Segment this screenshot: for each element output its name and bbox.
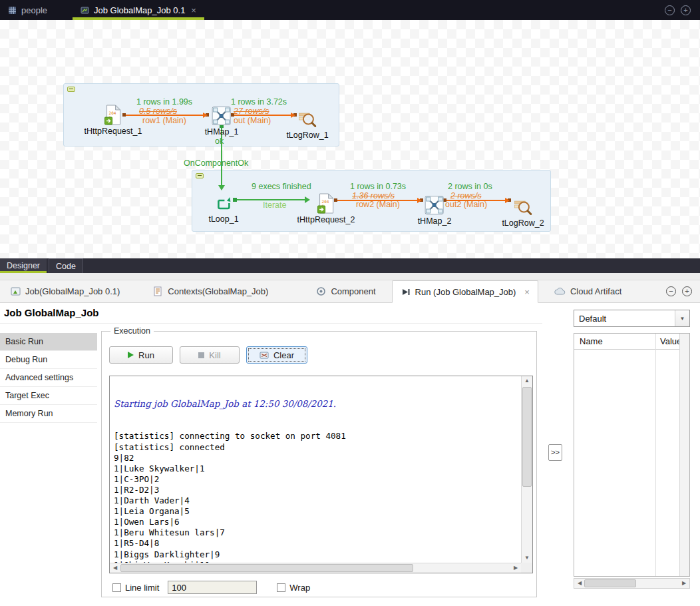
divider bbox=[0, 323, 542, 324]
tab-job-globalmap[interactable]: Job GlobalMap_Job 0.1 × bbox=[73, 0, 204, 20]
console-line: 1|C-3PO|2 bbox=[114, 474, 521, 485]
sidebar-item-target-exec[interactable]: Target Exec bbox=[0, 387, 97, 405]
maximize-icon[interactable]: + bbox=[682, 286, 692, 296]
trigger-name[interactable]: OnComponentOk bbox=[184, 158, 248, 168]
thttprequest-icon: 2045 bbox=[85, 103, 142, 125]
job-icon bbox=[81, 6, 89, 15]
component-tloop-1[interactable]: tLoop_1 bbox=[208, 190, 238, 224]
talend-studio-window: people Job GlobalMap_Job 0.1 × − + 2045 … bbox=[0, 0, 700, 606]
minimize-icon[interactable]: − bbox=[666, 286, 676, 296]
contexts-icon bbox=[153, 286, 163, 296]
column-divider[interactable] bbox=[655, 334, 656, 576]
row-name[interactable]: out2 (Main) bbox=[445, 200, 487, 209]
console-area: Starting job GlobalMap_Job at 12:50 30/0… bbox=[109, 376, 533, 573]
row-name[interactable]: row1 (Main) bbox=[142, 116, 186, 125]
tab-code[interactable]: Code bbox=[49, 258, 83, 273]
run-view-panel: Job GlobalMap_Job Basic Run Debug Run Ad… bbox=[0, 303, 700, 606]
scroll-left-icon[interactable]: ◀ bbox=[574, 579, 585, 588]
console-line: 1|R5-D4|8 bbox=[114, 538, 521, 549]
tab-label: Code bbox=[56, 262, 76, 271]
component-thmap-2[interactable]: tHMap_2 bbox=[418, 192, 452, 226]
console-line: [statistics] connecting to socket on por… bbox=[114, 431, 521, 442]
thttprequest-icon: 2045 bbox=[297, 191, 355, 214]
tab-label: Job(GlobalMap_Job 0.1) bbox=[25, 286, 120, 296]
editor-window-buttons: − + bbox=[665, 0, 700, 20]
component-thttprequest-1[interactable]: 2045 tHttpRequest_1 bbox=[85, 103, 142, 136]
sash-divider[interactable] bbox=[0, 273, 700, 280]
close-icon[interactable]: × bbox=[191, 5, 196, 15]
vertical-scrollbar[interactable] bbox=[679, 334, 689, 576]
console-line: 1|Beru Whitesun lars|7 bbox=[114, 527, 521, 538]
tab-label: Component bbox=[331, 286, 375, 296]
tab-contexts-view[interactable]: Contexts(GlobalMap_Job) bbox=[145, 280, 276, 302]
component-thttprequest-2[interactable]: 2045 tHttpRequest_2 bbox=[297, 191, 355, 224]
execution-buttons: Run Kill Clear bbox=[109, 346, 307, 364]
console-lines: [statistics] connecting to socket on por… bbox=[114, 431, 521, 563]
line-limit-input[interactable] bbox=[168, 581, 257, 594]
tlogrow-icon bbox=[286, 107, 328, 129]
component-label: tHttpRequest_2 bbox=[297, 215, 355, 224]
vertical-scrollbar[interactable]: ▲ ▼ bbox=[521, 376, 532, 563]
clear-icon bbox=[260, 351, 269, 360]
design-canvas[interactable]: 2045 tHttpRequest_1 tHMap_1 tLogRow_1 1 … bbox=[0, 20, 700, 258]
maximize-icon[interactable]: + bbox=[681, 5, 691, 15]
dropdown-arrow-icon[interactable]: ▼ bbox=[675, 310, 689, 326]
context-select[interactable]: Default ▼ bbox=[574, 310, 690, 327]
scroll-left-icon[interactable]: ◀ bbox=[110, 563, 120, 573]
console-output[interactable]: Starting job GlobalMap_Job at 12:50 30/0… bbox=[110, 376, 521, 563]
sidebar-item-advanced-settings[interactable]: Advanced settings bbox=[0, 369, 97, 387]
component-tlogrow-2[interactable]: tLogRow_2 bbox=[502, 194, 544, 228]
tab-label: Job GlobalMap_Job 0.1 bbox=[94, 5, 185, 15]
kill-button[interactable]: Kill bbox=[180, 346, 240, 364]
line-limit-checkbox[interactable] bbox=[112, 583, 121, 592]
scroll-right-icon[interactable]: ▶ bbox=[510, 563, 521, 573]
console-line: 9|82 bbox=[114, 453, 521, 463]
run-button[interactable]: Run bbox=[109, 346, 173, 364]
stop-icon bbox=[198, 352, 204, 358]
tab-label: Cloud Artifact bbox=[570, 286, 621, 296]
job-view-icon bbox=[11, 286, 21, 296]
horizontal-scrollbar[interactable]: ◀ ▶ bbox=[574, 578, 690, 589]
scroll-down-icon[interactable]: ▼ bbox=[522, 553, 532, 563]
collapse-icon[interactable] bbox=[67, 87, 75, 92]
scrollbar-thumb[interactable] bbox=[522, 387, 532, 487]
scroll-right-icon[interactable]: ▶ bbox=[679, 579, 689, 588]
scrollbar-thumb[interactable] bbox=[120, 564, 413, 572]
console-line: 1|Darth Vader|4 bbox=[114, 495, 521, 506]
minimize-icon[interactable]: − bbox=[665, 5, 675, 15]
scrollbar-thumb[interactable] bbox=[584, 579, 636, 587]
tab-people[interactable]: people bbox=[0, 0, 55, 20]
row-name[interactable]: row2 (Main) bbox=[356, 200, 400, 209]
sidebar-item-memory-run[interactable]: Memory Run bbox=[0, 405, 97, 423]
row-name[interactable]: out (Main) bbox=[234, 116, 271, 125]
play-icon bbox=[128, 352, 134, 358]
component-tlogrow-1[interactable]: tLogRow_1 bbox=[286, 107, 328, 140]
collapse-icon[interactable] bbox=[196, 173, 204, 178]
tab-job-view[interactable]: Job(GlobalMap_Job 0.1) bbox=[3, 280, 128, 302]
execution-groupbox: Execution Run Kill Clear Starting job Gl… bbox=[101, 331, 537, 597]
tab-designer[interactable]: Designer bbox=[0, 258, 47, 273]
close-icon[interactable]: × bbox=[524, 287, 530, 297]
execution-legend: Execution bbox=[110, 326, 154, 336]
iterate-name[interactable]: Iterate bbox=[263, 200, 286, 210]
tlogrow-icon bbox=[502, 194, 544, 217]
iterate-stats: 9 execs finished bbox=[252, 182, 311, 191]
clear-button-label: Clear bbox=[273, 350, 294, 360]
tab-label: Contexts(GlobalMap_Job) bbox=[168, 286, 268, 296]
row-rate: 0.5 rows/s bbox=[139, 107, 177, 116]
row-stats: 1 rows in 0.73s bbox=[350, 182, 406, 191]
horizontal-scrollbar[interactable]: ◀ ▶ bbox=[110, 563, 521, 573]
run-job-title: Job GlobalMap_Job bbox=[4, 307, 99, 318]
sidebar-item-basic-run[interactable]: Basic Run bbox=[0, 333, 97, 351]
panel-window-buttons: − + bbox=[666, 280, 700, 302]
svg-text:204: 204 bbox=[109, 111, 116, 115]
clear-button[interactable]: Clear bbox=[246, 346, 307, 364]
scroll-up-icon[interactable]: ▲ bbox=[522, 376, 532, 386]
expand-context-button[interactable]: >> bbox=[548, 444, 562, 461]
context-variables-table[interactable]: Name Value bbox=[574, 333, 690, 577]
tab-component-view[interactable]: Component bbox=[308, 280, 383, 302]
wrap-checkbox[interactable] bbox=[277, 583, 285, 592]
tab-cloud-artifact[interactable]: Cloud Artifact bbox=[546, 280, 629, 302]
sidebar-item-debug-run[interactable]: Debug Run bbox=[0, 351, 97, 369]
tab-run-view[interactable]: Run (Job GlobalMap_Job) × bbox=[392, 280, 538, 303]
